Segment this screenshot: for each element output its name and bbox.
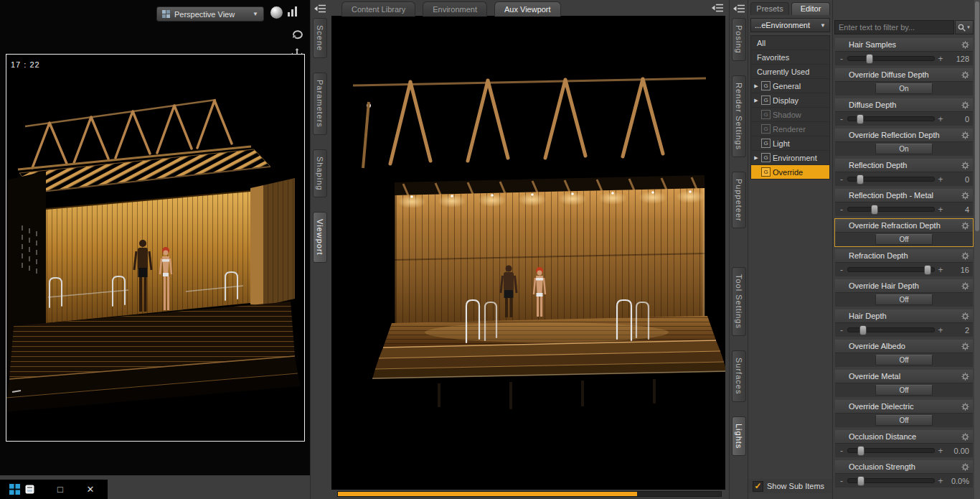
list-item-environment[interactable]: ▶GEnvironment (751, 151, 829, 165)
gear-icon[interactable] (961, 221, 970, 230)
list-item-display[interactable]: ▶GDisplay (751, 93, 829, 108)
expand-arrow-icon[interactable]: ▶ (753, 98, 759, 103)
slider-decrement[interactable]: - (839, 55, 844, 62)
list-item-general[interactable]: ▶GGeneral (751, 79, 829, 93)
slider-track[interactable] (847, 177, 935, 182)
shaded-sphere-icon[interactable] (270, 6, 283, 19)
pane-options-icon[interactable] (710, 1, 725, 14)
display-options-icon[interactable] (286, 5, 301, 19)
gear-icon[interactable] (961, 372, 970, 381)
aspect-frame[interactable]: 17 : 22 (6, 54, 305, 442)
gear-icon[interactable] (961, 70, 970, 79)
tab-content-library[interactable]: Content Library (341, 1, 415, 17)
slider-track[interactable] (847, 267, 935, 272)
list-item-shadow[interactable]: GShadow (751, 108, 829, 122)
gear-icon[interactable] (961, 251, 970, 260)
slider-thumb[interactable] (866, 54, 873, 64)
pane-options-icon[interactable] (313, 2, 327, 15)
slider-increment[interactable]: + (938, 55, 943, 62)
list-item-all[interactable]: All (751, 36, 829, 50)
windows-start-icon[interactable] (7, 480, 22, 499)
tab-parameters[interactable]: Parameters (313, 73, 327, 135)
tab-tool-settings[interactable]: Tool Settings (732, 267, 746, 336)
list-item-currently-used[interactable]: Currently Used (751, 65, 829, 79)
gear-icon[interactable] (961, 191, 970, 200)
tab-aux-viewport[interactable]: Aux Viewport (494, 1, 561, 17)
gear-icon[interactable] (961, 402, 970, 411)
slider-track[interactable] (847, 448, 935, 453)
gear-icon[interactable] (961, 131, 970, 139)
slider-track[interactable] (847, 207, 935, 212)
slider-increment[interactable]: + (938, 116, 943, 123)
gear-icon[interactable] (961, 161, 970, 169)
slider-track[interactable] (847, 56, 935, 61)
slider-decrement[interactable]: - (839, 266, 844, 274)
list-item-override[interactable]: GOverride (751, 165, 829, 179)
expand-arrow-icon[interactable]: ▶ (753, 155, 759, 161)
param-value[interactable]: 4 (946, 205, 969, 214)
param-value[interactable]: 128 (946, 55, 969, 63)
tab-presets[interactable]: Presets (750, 2, 789, 15)
slider-decrement[interactable]: - (839, 176, 844, 183)
slider-thumb[interactable] (857, 446, 864, 456)
view-mode-dropdown[interactable]: Perspective View ▼ (156, 6, 264, 22)
tab-lights[interactable]: Lights (732, 416, 746, 456)
list-item-favorites[interactable]: Favorites (751, 50, 829, 65)
toggle-override-hair-depth[interactable]: Off (875, 294, 933, 305)
slider-thumb[interactable] (857, 114, 864, 124)
param-value[interactable]: 0 (946, 115, 969, 123)
param-value[interactable]: 0.00 (946, 447, 969, 455)
filter-search-button[interactable]: ▼ (955, 20, 974, 34)
list-item-renderer[interactable]: GRenderer (751, 122, 829, 136)
slider-increment[interactable]: + (938, 477, 943, 485)
slider-track[interactable] (847, 327, 935, 332)
pane-options-icon[interactable] (732, 2, 746, 15)
param-value[interactable]: 2 (946, 326, 969, 335)
expand-arrow-icon[interactable]: ▶ (753, 83, 759, 89)
toggle-override-dielectric[interactable]: Off (875, 415, 933, 426)
param-value[interactable]: 16 (946, 266, 969, 274)
slider-thumb[interactable] (857, 476, 864, 486)
maximize-button[interactable]: □ (52, 480, 69, 499)
show-sub-items-checkbox[interactable]: ✓ (753, 481, 763, 492)
slider-thumb[interactable] (857, 174, 864, 185)
gear-icon[interactable] (961, 462, 970, 471)
tab-editor[interactable]: Editor (791, 2, 830, 15)
filter-input[interactable] (834, 20, 954, 34)
slider-decrement[interactable]: - (839, 477, 844, 485)
toggle-override-reflection-depth[interactable]: On (875, 144, 933, 154)
slider-thumb[interactable] (871, 205, 878, 215)
slider-increment[interactable]: + (938, 206, 943, 213)
slider-decrement[interactable]: - (839, 327, 844, 334)
tab-viewport[interactable]: Viewport (313, 212, 327, 263)
tab-posing[interactable]: Posing (732, 18, 746, 61)
gear-icon[interactable] (961, 281, 970, 290)
slider-thumb[interactable] (924, 265, 931, 275)
category-dropdown[interactable]: ...eEnvironment ▼ (750, 18, 830, 32)
slider-increment[interactable]: + (938, 327, 943, 334)
toggle-override-metal[interactable]: Off (875, 385, 933, 396)
panel-scrollbar[interactable] (974, 0, 980, 499)
toggle-override-refraction-depth[interactable]: Off (875, 234, 933, 245)
scrollbar-thumb[interactable] (975, 1, 979, 231)
slider-decrement[interactable]: - (839, 447, 844, 454)
taskbar-app-icon[interactable] (23, 480, 36, 499)
toggle-override-diffuse-depth[interactable]: On (875, 83, 933, 94)
gear-icon[interactable] (961, 101, 970, 109)
slider-thumb[interactable] (859, 325, 867, 335)
toggle-override-albedo[interactable]: Off (875, 355, 933, 365)
slider-decrement[interactable]: - (839, 206, 844, 213)
tab-puppeteer[interactable]: Puppeteer (732, 172, 746, 229)
close-button[interactable]: ✕ (82, 480, 99, 499)
tab-surfaces[interactable]: Surfaces (732, 350, 746, 401)
gear-icon[interactable] (961, 432, 970, 441)
gear-icon[interactable] (961, 40, 970, 49)
list-item-light[interactable]: GLight (751, 136, 829, 151)
slider-increment[interactable]: + (938, 447, 943, 454)
slider-increment[interactable]: + (938, 176, 943, 183)
rotate-icon[interactable] (288, 26, 306, 42)
slider-track[interactable] (847, 116, 935, 121)
slider-decrement[interactable]: - (839, 116, 844, 123)
gear-icon[interactable] (961, 312, 970, 320)
tab-environment[interactable]: Environment (423, 1, 487, 17)
